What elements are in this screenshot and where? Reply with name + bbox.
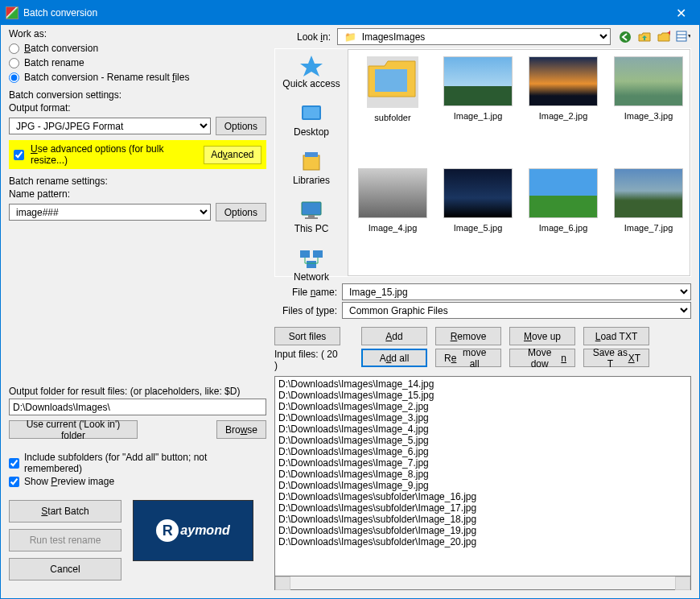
input-files-label: Input files: ( 20 ) — [274, 349, 340, 371]
name-pattern-label: Name pattern: — [9, 188, 266, 200]
back-icon[interactable] — [617, 29, 633, 45]
move-up-button[interactable]: Move up — [509, 327, 575, 345]
thumb-item[interactable]: Image_2.jpg — [525, 56, 601, 165]
radio-label: Batch rename — [24, 57, 84, 68]
lookin-label: Look in: — [274, 31, 331, 43]
svg-rect-9 — [302, 202, 321, 215]
lookin-select[interactable]: 📁 ImagesImages — [337, 28, 611, 45]
input-files-list[interactable]: D:\Downloads\Images\Image_14.jpgD:\Downl… — [274, 376, 691, 576]
list-item[interactable]: D:\Downloads\Images\Image_6.jpg — [278, 446, 687, 457]
remove-button[interactable]: Remove — [435, 327, 501, 345]
horizontal-scrollbar[interactable] — [274, 576, 691, 590]
list-item[interactable]: D:\Downloads\Images\Image_5.jpg — [278, 435, 687, 446]
thumb-item[interactable]: subfolder — [355, 56, 430, 165]
thumb-name: Image_6.jpg — [539, 223, 588, 233]
show-preview-label: Show Preview image — [24, 476, 114, 487]
list-item[interactable]: D:\Downloads\Images\Image_4.jpg — [278, 423, 687, 435]
radio-batch-rename[interactable] — [9, 58, 19, 68]
show-preview-checkbox[interactable] — [9, 477, 19, 487]
list-item[interactable]: D:\Downloads\Images\subfolder\Image_16.j… — [278, 491, 687, 502]
thumb-item[interactable]: Image_1.jpg — [440, 56, 516, 165]
svg-rect-8 — [305, 152, 318, 157]
thumb-name: Image_2.jpg — [539, 111, 588, 121]
svg-text:✦: ✦ — [666, 31, 670, 39]
view-menu-icon[interactable] — [675, 29, 691, 45]
thumbnail-image — [443, 56, 513, 106]
list-item[interactable]: D:\Downloads\Images\subfolder\Image_20.j… — [278, 536, 687, 547]
svg-rect-15 — [375, 69, 407, 92]
output-folder-input[interactable] — [9, 399, 266, 415]
list-item[interactable]: D:\Downloads\Images\Image_9.jpg — [278, 480, 687, 491]
radio-batch-conv-rename[interactable] — [9, 72, 19, 83]
format-options-button[interactable]: Options — [216, 117, 266, 135]
thumb-item[interactable]: Image_3.jpg — [611, 56, 686, 165]
use-current-folder-button[interactable]: Use current ('Look in') folder — [9, 420, 138, 439]
place-desktop[interactable]: Desktop — [294, 102, 329, 138]
add-all-button[interactable]: Add all — [361, 349, 427, 367]
thumb-name: Image_3.jpg — [624, 111, 673, 121]
filetype-label: Files of type: — [274, 305, 337, 316]
filename-label: File name: — [274, 287, 337, 298]
list-item[interactable]: D:\Downloads\Images\subfolder\Image_18.j… — [278, 514, 687, 525]
app-icon — [6, 6, 19, 19]
place-libraries[interactable]: Libraries — [293, 151, 330, 186]
svg-rect-12 — [300, 250, 310, 258]
work-as-label: Work as: — [9, 28, 266, 39]
name-pattern-select[interactable]: image### — [9, 204, 211, 221]
places-bar: Quick access Desktop Libraries This PC N… — [275, 49, 348, 276]
list-item[interactable]: D:\Downloads\Images\Image_15.jpg — [278, 390, 687, 401]
thumb-name: subfolder — [374, 113, 410, 122]
svg-rect-6 — [303, 107, 319, 118]
output-format-select[interactable]: JPG - JPG/JPEG Format — [9, 118, 211, 134]
save-txt-button[interactable]: Save as TXT — [583, 349, 649, 367]
pattern-options-button[interactable]: Options — [216, 203, 266, 221]
radio-batch-conversion[interactable] — [9, 43, 19, 54]
filename-select[interactable]: Image_15.jpg — [342, 283, 691, 300]
list-item[interactable]: D:\Downloads\Images\Image_14.jpg — [278, 378, 687, 390]
batch-conversion-window: Batch conversion ✕ Work as: Batch conver… — [0, 0, 700, 599]
new-folder-icon[interactable]: ✦ — [656, 29, 672, 45]
advanced-options-label: Use advanced options (for bulk resize...… — [31, 143, 194, 166]
place-quick-access[interactable]: Quick access — [282, 54, 340, 89]
thumbnail-image — [529, 56, 598, 106]
list-item[interactable]: D:\Downloads\Images\Image_8.jpg — [278, 469, 687, 480]
advanced-options-checkbox[interactable] — [14, 150, 24, 160]
output-folder-label: Output folder for result files: (or plac… — [9, 386, 266, 397]
file-grid[interactable]: subfolderImage_1.jpgImage_2.jpgImage_3.j… — [348, 49, 690, 276]
load-txt-button[interactable]: Load TXT — [583, 327, 649, 345]
list-item[interactable]: D:\Downloads\Images\subfolder\Image_19.j… — [278, 525, 687, 536]
list-item[interactable]: D:\Downloads\Images\Image_2.jpg — [278, 401, 687, 412]
filetype-select[interactable]: Common Graphic Files — [342, 302, 691, 319]
rename-settings-label: Batch rename settings: — [9, 176, 266, 187]
up-folder-icon[interactable] — [636, 29, 653, 45]
list-item[interactable]: D:\Downloads\Images\Image_7.jpg — [278, 457, 687, 469]
remove-all-button[interactable]: Remove all — [435, 349, 501, 367]
cancel-button[interactable]: Cancel — [9, 558, 121, 580]
browse-button[interactable]: Browse — [216, 420, 266, 439]
thumb-name: Image_7.jpg — [624, 223, 673, 233]
list-item[interactable]: D:\Downloads\Images\Image_3.jpg — [278, 412, 687, 423]
svg-rect-7 — [303, 155, 319, 170]
preview-image: Raymond — [133, 500, 253, 561]
svg-rect-11 — [305, 217, 318, 219]
advanced-button[interactable]: Advanced — [204, 146, 261, 164]
thumbnail-image — [614, 56, 683, 106]
thumb-item[interactable]: Image_5.jpg — [440, 168, 516, 276]
output-format-label: Output format: — [9, 102, 266, 114]
list-item[interactable]: D:\Downloads\Images\subfolder\Image_17.j… — [278, 502, 687, 514]
add-button[interactable]: Add — [361, 327, 427, 345]
thumb-item[interactable]: Image_7.jpg — [611, 168, 686, 276]
thumb-name: Image_5.jpg — [454, 223, 503, 233]
move-down-button[interactable]: Move down — [509, 349, 575, 367]
radio-label: Batch conversion - Rename result files — [24, 72, 189, 83]
run-test-rename-button[interactable]: Run test rename — [9, 529, 121, 551]
folder-icon — [367, 56, 418, 108]
thumb-item[interactable]: Image_6.jpg — [525, 168, 601, 276]
sort-files-button[interactable]: Sort files — [274, 327, 340, 345]
include-subfolders-checkbox[interactable] — [9, 458, 19, 469]
start-batch-button[interactable]: Start Batch — [9, 500, 121, 523]
svg-rect-14 — [307, 261, 316, 268]
place-this-pc[interactable]: This PC — [294, 199, 329, 234]
close-button[interactable]: ✕ — [662, 1, 699, 25]
thumb-item[interactable]: Image_4.jpg — [355, 168, 430, 276]
